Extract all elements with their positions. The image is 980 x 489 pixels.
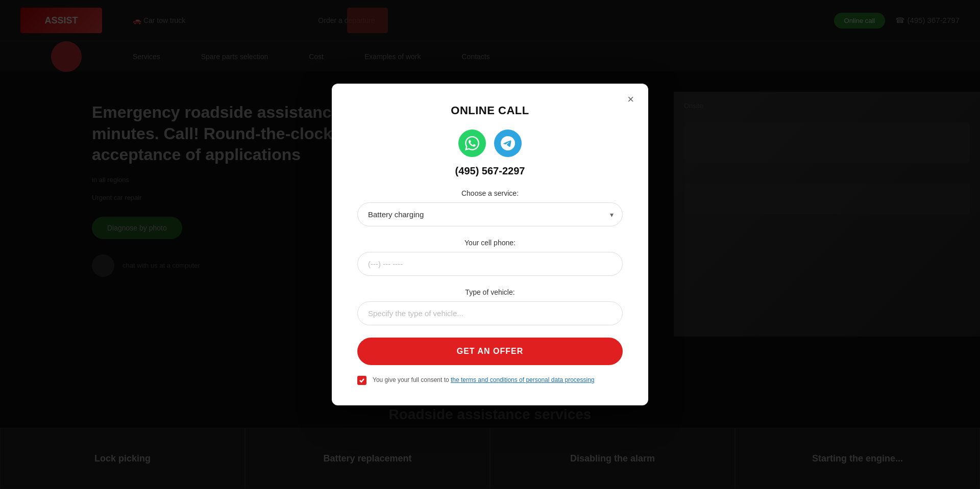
checkmark-icon — [359, 377, 365, 383]
phone-label: Your cell phone: — [357, 239, 623, 247]
consent-row: You give your full consent to the terms … — [357, 375, 623, 385]
vehicle-input[interactable] — [357, 301, 623, 325]
consent-checkbox[interactable] — [357, 376, 366, 385]
service-select[interactable]: Battery charging Lock picking Battery re… — [357, 202, 623, 226]
modal-phone-number: (495) 567-2297 — [357, 165, 623, 177]
modal-title: ONLINE CALL — [357, 104, 623, 117]
vehicle-label: Type of vehicle: — [357, 288, 623, 296]
whatsapp-button[interactable] — [458, 130, 486, 157]
telegram-icon — [501, 136, 515, 150]
phone-input[interactable] — [357, 252, 623, 276]
service-label: Choose a service: — [357, 189, 623, 197]
online-call-modal: × ONLINE CALL (495) 567-2297 Choose a se… — [332, 84, 648, 405]
telegram-button[interactable] — [494, 130, 522, 157]
consent-link[interactable]: the terms and conditions of personal dat… — [451, 376, 595, 383]
modal-backdrop: × ONLINE CALL (495) 567-2297 Choose a se… — [0, 0, 980, 489]
whatsapp-icon — [465, 136, 479, 150]
contact-icons-row — [357, 130, 623, 157]
service-select-wrapper: Battery charging Lock picking Battery re… — [357, 202, 623, 226]
consent-text: You give your full consent to the terms … — [373, 375, 595, 384]
get-offer-button[interactable]: GET AN OFFER — [357, 338, 623, 365]
modal-close-button[interactable]: × — [623, 92, 638, 107]
